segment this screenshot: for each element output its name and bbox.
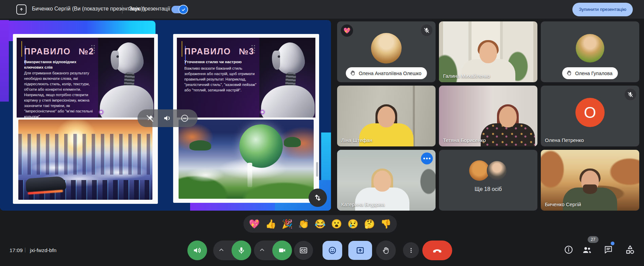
reaction-party[interactable]: 🎉 xyxy=(282,219,293,228)
captions-button[interactable] xyxy=(294,241,313,260)
activities-button[interactable] xyxy=(624,244,636,255)
tile-lina-shtefan[interactable]: Ліна Штефан xyxy=(337,86,436,146)
people-button[interactable] xyxy=(581,244,593,255)
camera-button[interactable] xyxy=(272,241,292,260)
more-options-button[interactable] xyxy=(403,242,419,258)
participant-name: Тетяна Борисенко xyxy=(443,137,486,143)
stacked-avatars xyxy=(469,160,507,181)
slide-title: ПРАВИЛО №2 xyxy=(24,47,94,56)
divider: | xyxy=(24,247,26,253)
hand-raised-pill: Олена Анатоліївна Олешко xyxy=(346,67,427,79)
participant-name: Биченко Сергій xyxy=(545,201,581,207)
presentation-sound-label: Звук презентації xyxy=(129,6,170,12)
green-planet xyxy=(239,124,283,168)
floating-islands-image xyxy=(179,120,314,199)
presentation-sound-toggle[interactable] xyxy=(171,6,187,13)
participant-name: Ліна Штефан xyxy=(341,137,372,143)
mic-control-group xyxy=(213,241,251,260)
reaction-surprised[interactable]: 😮 xyxy=(331,219,342,228)
end-call-button[interactable] xyxy=(422,241,452,260)
hand-icon xyxy=(350,70,356,77)
participant-name: Олена Петренко xyxy=(545,137,584,143)
robot-image xyxy=(98,38,154,118)
tile-bychenko-serhii[interactable]: Биченко Сергій xyxy=(541,150,639,211)
camera-options-chevron[interactable] xyxy=(258,246,266,255)
shared-screen-hover-controls xyxy=(137,109,198,127)
slide-card-1: ПРАВИЛО №2 Використання відповідних ключ… xyxy=(13,34,158,204)
waterfall xyxy=(247,163,252,187)
divider xyxy=(122,5,123,14)
reaction-cry[interactable]: 😢 xyxy=(348,219,358,228)
shared-screen-scrollbar[interactable] xyxy=(316,162,318,177)
shared-screen: ПРАВИЛО №2 Використання відповідних ключ… xyxy=(0,20,331,211)
hand-icon xyxy=(566,70,572,77)
avatar xyxy=(371,33,402,64)
mic-off-icon xyxy=(421,24,433,36)
participant-name: Олена Гупалова xyxy=(575,71,612,76)
remove-tile-icon[interactable] xyxy=(180,114,189,123)
tile-more-participants[interactable]: Ще 18 осіб xyxy=(439,150,537,211)
meeting-code: jxi-fwzd-bfn xyxy=(30,247,56,253)
google-meet-window: Биченко Сергій (Ви (показуєте презентаці… xyxy=(0,0,644,266)
scroll-tiles-button[interactable] xyxy=(309,189,327,207)
reactions-button[interactable] xyxy=(323,241,342,260)
tile-olena-petrenko[interactable]: O Олена Петренко xyxy=(541,86,639,146)
audio-icon[interactable] xyxy=(163,114,172,123)
deck-purple-strip xyxy=(0,20,9,102)
circuit-decoration xyxy=(21,41,22,57)
reaction-clap[interactable]: 👏 xyxy=(298,219,309,228)
info-button[interactable] xyxy=(563,244,574,255)
slide-body-text: Для отримання бажаного результату необхі… xyxy=(24,70,100,118)
avatar xyxy=(469,160,490,181)
avatar xyxy=(487,160,507,181)
reactions-bar: 💖 👍 🎉 👏 😂 😮 😢 🤔 👎 xyxy=(243,215,397,233)
presenting-icon xyxy=(16,4,26,15)
raise-hand-button[interactable] xyxy=(376,241,396,260)
toggle-check-icon xyxy=(179,5,188,14)
tile-kateryna-bludova[interactable]: Катерина Блудова xyxy=(337,150,436,211)
participant-name: Галина Михайленко xyxy=(443,73,490,79)
reaction-badge: 💖 xyxy=(341,24,353,37)
letter-avatar: O xyxy=(575,98,605,127)
tile-more-options-button[interactable] xyxy=(421,153,433,164)
chat-button[interactable] xyxy=(602,244,614,255)
circuit-decoration xyxy=(182,41,182,57)
slide-subtitle: Уточнення стилю чи настрою xyxy=(184,59,256,65)
unpin-icon[interactable] xyxy=(146,114,154,122)
flying-car xyxy=(25,176,67,192)
mic-off-icon xyxy=(625,89,636,100)
stop-presentation-button[interactable]: Зупинити презентацію xyxy=(572,3,633,16)
robot-image xyxy=(259,38,315,118)
presenter-label: Биченко Сергій (Ви (показуєте презентаці… xyxy=(32,6,145,12)
futuristic-city-image xyxy=(18,120,152,200)
slide-rule-3: ПРАВИЛО №3 Уточнення стилю чи настрою Ва… xyxy=(177,38,315,118)
participant-name: Олена Анатоліївна Олешко xyxy=(359,71,422,76)
circuit-dot-decoration xyxy=(260,110,264,114)
slide-rule-2: ПРАВИЛО №2 Використання відповідних ключ… xyxy=(17,38,154,118)
circuit-dot-decoration xyxy=(99,110,103,114)
mic-button[interactable] xyxy=(232,241,251,260)
mic-options-chevron[interactable] xyxy=(218,246,225,255)
participant-count-badge: 27 xyxy=(588,236,599,243)
reaction-thinking[interactable]: 🤔 xyxy=(364,219,375,228)
present-screen-button[interactable] xyxy=(348,241,372,260)
tile-olena-oleshko[interactable]: 💖 Олена Анатоліївна Олешко xyxy=(337,21,436,82)
avatar xyxy=(576,34,604,63)
meeting-time: 17:09 xyxy=(10,247,23,253)
hand-raised-pill: Олена Гупалова xyxy=(562,67,618,79)
reaction-sparkling-heart[interactable]: 💖 xyxy=(249,219,260,228)
reaction-joy[interactable]: 😂 xyxy=(315,219,326,228)
more-participants-label: Ще 18 осіб xyxy=(439,186,537,192)
presentation-top-bar: Биченко Сергій (Ви (показуєте презентаці… xyxy=(0,0,644,19)
slide-title: ПРАВИЛО №3 xyxy=(184,47,254,56)
participant-grid: 💖 Олена Анатоліївна Олешко Галина Михайл… xyxy=(337,21,639,211)
slide-body-text: Важливо вказати бажаний стиль зображення… xyxy=(184,66,261,93)
tile-olena-gupalova[interactable]: Олена Гупалова xyxy=(541,21,639,82)
tile-galyna-mykhailenko[interactable]: Галина Михайленко xyxy=(439,21,537,82)
slide-subtitle: Використання відповідних ключових слів xyxy=(24,59,95,70)
reaction-thumbs-up[interactable]: 👍 xyxy=(265,219,276,228)
tile-tetyana-borysenko[interactable]: Тетяна Борисенко xyxy=(439,86,537,146)
speaker-button[interactable] xyxy=(187,241,207,260)
participant-name: Катерина Блудова xyxy=(341,201,385,207)
reaction-thumbs-down[interactable]: 👎 xyxy=(380,219,391,228)
